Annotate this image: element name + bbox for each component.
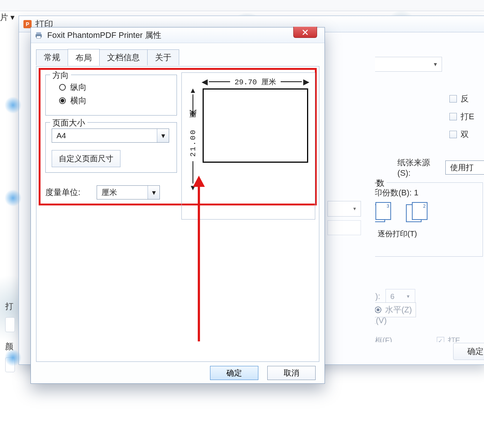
slides-per-page-value: 6: [390, 292, 394, 301]
orientation-legend: 方向: [50, 70, 71, 81]
chevron-down-icon: ▼: [433, 61, 438, 67]
printer-icon: [35, 31, 43, 39]
collate-checkbox[interactable]: 逐份打印(T): [375, 229, 477, 239]
chevron-down-icon: ▼: [352, 206, 357, 211]
range-input-fragment[interactable]: [327, 220, 361, 235]
collate-label: 逐份打印(T): [378, 229, 417, 239]
frame-slides-checkbox: 片加框(F): [375, 335, 392, 342]
chevron-down-icon: ▼: [406, 294, 410, 299]
chevron-down-icon: ▾: [148, 186, 159, 199]
duplex-checkbox[interactable]: 双: [449, 129, 474, 140]
unit-dropdown[interactable]: 厘米 ▾: [97, 185, 160, 199]
orientation-landscape-label: 横向: [70, 95, 87, 106]
slides-per-page-dropdown: 6 ▼: [385, 289, 415, 304]
reverse-order-label: 反: [461, 93, 469, 104]
collate-thumb-1: [375, 202, 393, 223]
tab-general[interactable]: 常规: [36, 49, 68, 65]
sidebar-fragment: 片 ▾: [0, 12, 14, 23]
chevron-down-icon: ▾: [157, 129, 169, 142]
slides-per-page-label: 灯片数(G):: [375, 291, 380, 302]
reverse-order-checkbox[interactable]: 反: [449, 93, 474, 104]
duplex-label: 双: [461, 129, 469, 140]
print-ok-button[interactable]: 确定: [453, 343, 484, 360]
cancel-button[interactable]: 取消: [267, 366, 316, 380]
collate-thumb-2: [406, 202, 429, 223]
page-size-value: A4: [52, 131, 157, 140]
tab-about[interactable]: 关于: [147, 49, 179, 65]
tab-docinfo[interactable]: 文档信息: [99, 49, 148, 65]
unit-value: 厘米: [97, 187, 148, 198]
ok-button[interactable]: 确定: [210, 366, 258, 380]
orient-horizontal-radio: 水平(Z): [375, 302, 416, 317]
page-size-group: 页面大小 A4 ▾ 自定义页面尺寸: [45, 122, 177, 173]
page-width-label: 29.70 厘米: [235, 77, 276, 87]
printer-properties-dialog: Foxit PhantomPDF Printer 属性 常规 布局 文档信息 关…: [30, 27, 325, 384]
close-button[interactable]: [293, 27, 317, 38]
unit-label: 度量单位:: [45, 187, 80, 198]
copies-group: 份数 打印份数(B): 1 逐份打印(T): [375, 182, 483, 257]
orientation-group: 方向 纵向 横向: [45, 75, 177, 116]
properties-titlebar: Foxit PhantomPDF Printer 属性: [31, 27, 325, 43]
tab-layout[interactable]: 布局: [68, 49, 100, 66]
arrow-up-icon: ▲: [189, 88, 197, 93]
range-dropdown-fragment[interactable]: ▼: [327, 201, 361, 217]
left-peek-label-1: 打: [5, 302, 13, 311]
paper-source-value: 使用打: [446, 162, 484, 173]
arrow-right-icon: ▶: [303, 77, 309, 86]
paper-source-label: 纸张来源(S):: [397, 157, 440, 178]
orientation-portrait-radio[interactable]: 纵向: [59, 82, 171, 93]
page-size-dropdown[interactable]: A4 ▾: [52, 129, 169, 143]
print-hidden-checkbox: 打E: [437, 335, 460, 342]
custom-page-size-button[interactable]: 自定义页面尺寸: [52, 150, 120, 167]
page-rect: [203, 88, 308, 163]
page-size-legend: 页面大小: [50, 117, 87, 129]
arrow-left-icon: ◀: [202, 77, 207, 86]
printer-name-dropdown[interactable]: ▼: [375, 57, 442, 72]
tabs: 常规 布局 文档信息 关于: [36, 51, 319, 65]
properties-title: Foxit PhantomPDF Printer 属性: [47, 30, 161, 41]
left-peek-button-1[interactable]: [5, 317, 15, 332]
arrow-down-icon: ▼: [189, 185, 197, 190]
tab-panel-layout: 方向 纵向 横向 页面大小 A4 ▾ 自定义页面尺寸: [36, 66, 319, 362]
copies-legend: 份数: [375, 178, 387, 189]
print-to-file-checkbox[interactable]: 打E: [449, 111, 474, 122]
orientation-landscape-radio[interactable]: 横向: [59, 95, 171, 106]
page-preview: ◀ 29.70 厘米 ▶ ▲ 21.00 厘米 ▼: [181, 72, 315, 220]
paper-source-dropdown[interactable]: 使用打: [445, 160, 484, 175]
copies-label: 打印份数(B): 1: [375, 187, 477, 198]
print-to-file-label: 打E: [461, 111, 474, 122]
svg-rect-0: [36, 32, 41, 34]
orientation-portrait-label: 纵向: [70, 82, 87, 93]
svg-rect-2: [37, 36, 41, 38]
page-height-label: 21.00 厘米: [188, 121, 198, 157]
close-icon: [302, 29, 309, 36]
